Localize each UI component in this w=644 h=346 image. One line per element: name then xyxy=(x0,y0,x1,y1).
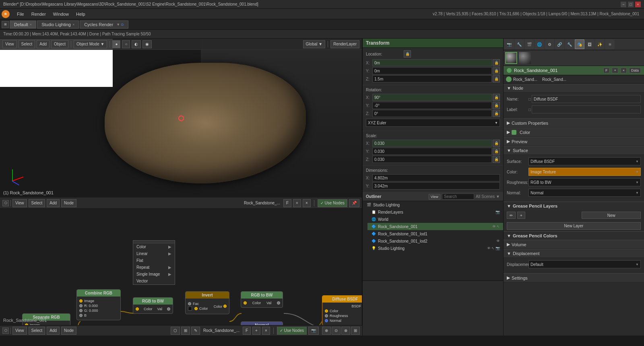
node-use-nodes-btn[interactable]: ✓ Use Nodes xyxy=(318,199,347,207)
eye-icon-3[interactable]: 👁 xyxy=(487,246,491,250)
socket-normal-bsdf[interactable] xyxy=(325,319,328,322)
dim-y-input[interactable] xyxy=(372,182,500,189)
surface-surface-dropdown[interactable]: Diffuse BSDF ▼ xyxy=(528,157,641,165)
scale-x-lock[interactable]: 🔒 xyxy=(493,140,500,147)
socket-val-out-2[interactable] xyxy=(277,301,280,305)
cursor-icon-2[interactable]: ↖ xyxy=(491,246,495,250)
surface-roughness-dropdown[interactable]: RGB to BW ▼ xyxy=(528,178,641,186)
socket-color-in-2[interactable] xyxy=(244,301,247,305)
color-section-header[interactable]: ▶ Color xyxy=(504,128,644,137)
mat-preview-ball-1[interactable] xyxy=(505,52,517,64)
displacement-dropdown[interactable]: Default ▼ xyxy=(528,260,641,268)
prop-icon-render2[interactable]: 🔧 xyxy=(514,39,524,49)
settings-section-header[interactable]: ▶ Settings xyxy=(504,273,644,282)
volume-section-header[interactable]: ▶ Volume xyxy=(504,240,644,249)
prop-icon-object[interactable]: ⚙ xyxy=(545,39,554,49)
mat-remove-btn[interactable]: × xyxy=(621,68,627,73)
node-editor[interactable]: ⬡ View Select Add Node Rock_Sandstone_..… xyxy=(0,198,362,325)
mat-f-btn[interactable]: F xyxy=(603,68,610,73)
prop-icon-scene[interactable]: 🎬 xyxy=(524,39,534,49)
vp-select-btn[interactable]: Select xyxy=(19,40,35,48)
prop-icon-physics[interactable]: ⚛ xyxy=(605,39,615,49)
node-bottom-add-btn3[interactable]: + xyxy=(252,327,260,335)
layout-icon[interactable]: ⊞ xyxy=(2,21,9,28)
mat-data-btn[interactable]: Data xyxy=(629,68,641,73)
gp-layers-header[interactable]: ▼ Grease Pencil Layers xyxy=(504,202,644,210)
socket-val-out[interactable] xyxy=(167,307,170,311)
dropdown-item-single[interactable]: Single Image ▶ xyxy=(133,271,175,278)
gp-pencil-icon[interactable]: ✏ xyxy=(507,212,516,219)
prop-icon-material[interactable]: 🎭 xyxy=(575,39,584,49)
close-button[interactable]: × xyxy=(635,2,641,7)
scale-x-input[interactable] xyxy=(372,140,492,147)
node-add-btn[interactable]: Add xyxy=(47,199,60,207)
node-section-header[interactable]: ▼ Node xyxy=(504,84,644,93)
node-extra-3[interactable]: ⊗ xyxy=(341,327,350,335)
node-canvas[interactable]: Color ▶ Linear ▶ Flat Repeat ▶ Single Im… xyxy=(0,209,362,325)
node-rgb-bw-2[interactable]: RGB to BW Color Val xyxy=(241,291,283,308)
scale-y-lock[interactable]: 🔒 xyxy=(493,148,500,155)
loc-z-lock[interactable]: 🔒 xyxy=(493,75,500,82)
node-extra-2[interactable]: ⊙ xyxy=(332,327,341,335)
eye-icon-1[interactable]: 👁 xyxy=(492,224,496,229)
surface-normal-dropdown[interactable]: Normal ▼ xyxy=(528,189,641,197)
node-f-btn[interactable]: F xyxy=(283,199,291,207)
surface-section-header[interactable]: ▼ Surface xyxy=(504,146,644,155)
dropdown-item-vector[interactable]: Vector xyxy=(133,278,175,284)
rotation-mode-dropdown[interactable]: XYZ Euler ▼ xyxy=(366,119,500,127)
outliner-row-rock001[interactable]: 🔷 Rock_Sandstone_001 👁 ↖ xyxy=(367,223,503,230)
vp-material-btn[interactable]: ◐ xyxy=(132,40,141,48)
node-pin-btn[interactable]: 📌 xyxy=(349,199,359,207)
socket-rough-bsdf[interactable] xyxy=(325,314,328,317)
gp-add-layer-btn[interactable]: + xyxy=(517,212,525,219)
gp-colors-header[interactable]: ▼ Grease Pencil Colors xyxy=(504,232,644,240)
prop-icon-constraint[interactable]: 🔗 xyxy=(555,39,564,49)
node-bottom-usenodes-btn[interactable]: ✓ Use Nodes xyxy=(277,327,307,335)
rot-z-input[interactable] xyxy=(372,110,492,117)
node-dropdown-menu[interactable]: Color ▶ Linear ▶ Flat Repeat ▶ Single Im… xyxy=(133,240,175,285)
socket-fac-in[interactable] xyxy=(188,302,191,305)
socket-color-out[interactable] xyxy=(223,305,227,308)
scale-y-input[interactable] xyxy=(372,148,492,155)
gp-new-layer-btn[interactable]: New Layer xyxy=(507,222,641,230)
socket-b-in[interactable] xyxy=(79,314,83,317)
node-bottom-node-btn[interactable]: Node xyxy=(61,327,76,335)
dropdown-item-linear[interactable]: Linear ▶ xyxy=(133,250,175,257)
vp-render-btn[interactable]: ◉ xyxy=(142,40,152,48)
node-bottom-select-btn[interactable]: Select xyxy=(29,327,45,335)
blender-logo-icon[interactable]: B xyxy=(2,10,10,18)
maximize-button[interactable]: □ xyxy=(628,2,634,7)
cursor-icon-1[interactable]: ↖ xyxy=(497,224,500,229)
menu-render[interactable]: Render xyxy=(28,10,49,19)
outliner-row-renderlayers[interactable]: 📋 RenderLayers 📷 xyxy=(367,208,503,216)
dropdown-item-color[interactable]: Color ▶ xyxy=(133,243,175,250)
scale-z-lock[interactable]: 🔒 xyxy=(493,156,500,163)
dropdown-item-repeat[interactable]: Repeat ▶ xyxy=(133,264,175,271)
vp-add-btn[interactable]: Add xyxy=(37,40,50,48)
node-bottom-f-btn[interactable]: F xyxy=(243,327,251,335)
node-node-btn[interactable]: Node xyxy=(61,199,76,207)
displacement-section-header[interactable]: ▼ Displacement xyxy=(504,249,644,258)
socket-g-in[interactable] xyxy=(79,309,83,312)
rot-z-lock[interactable]: 🔒 xyxy=(493,110,500,117)
vp-wire-btn[interactable]: ○ xyxy=(122,40,130,48)
socket-color-in[interactable] xyxy=(136,307,139,311)
scale-z-input[interactable] xyxy=(372,156,492,163)
node-extra-1[interactable]: ⊕ xyxy=(322,327,331,335)
prop-icon-modifier[interactable]: 🔧 xyxy=(565,39,574,49)
mat-add-btn[interactable]: + xyxy=(612,68,618,73)
loc-y-input[interactable] xyxy=(372,67,492,74)
tab-close-studio[interactable]: × xyxy=(72,23,74,27)
custom-props-header[interactable]: ▶ Custom Properties xyxy=(504,118,644,128)
prop-icon-particles[interactable]: ✨ xyxy=(595,39,605,49)
prop-icon-texture[interactable]: 🖼 xyxy=(585,39,594,49)
node-add-btn2[interactable]: + xyxy=(293,199,301,207)
node-select-btn[interactable]: Select xyxy=(29,199,45,207)
node-remove-btn[interactable]: × xyxy=(303,199,311,207)
rot-y-input[interactable] xyxy=(372,102,492,109)
vp-global-btn[interactable]: Global ▼ xyxy=(303,40,326,48)
node-icon-1[interactable]: ⬡ xyxy=(171,327,180,335)
workspace-tab-studio[interactable]: Studio Lighting × xyxy=(37,21,79,29)
workspace-tab-default[interactable]: Default × xyxy=(10,21,36,29)
outliner-row-studio2[interactable]: 💡 Studio Lighting 👁 ↖ 📷 xyxy=(367,245,503,252)
